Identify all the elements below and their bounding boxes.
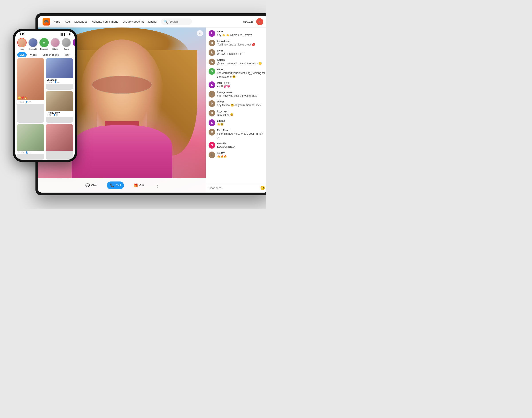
story-item[interactable]: Kitana	[51, 38, 60, 50]
story-label: Kacy	[20, 48, 24, 50]
user-avatar[interactable]: T	[256, 18, 263, 25]
card-info: Reality show ♡ 68 👤 19	[46, 111, 73, 117]
chat-input[interactable]	[209, 186, 258, 190]
content-card[interactable]: ♡ 195 👤 71	[17, 124, 44, 160]
msg-avatar: O	[209, 100, 215, 107]
msg-text: hiiiii, how was your trip yesterday?	[217, 94, 257, 98]
card-likes: ♡ 68	[47, 114, 51, 116]
tab-top[interactable]: TOP	[62, 52, 72, 57]
story-item[interactable]: E Erica	[73, 38, 75, 50]
content-card[interactable]: Vacation! ♡ 270 👤 64	[46, 58, 73, 90]
call-button[interactable]: 📞 Call	[107, 182, 124, 189]
search-input[interactable]	[169, 20, 189, 23]
story-item[interactable]: R Rebecca	[39, 38, 49, 50]
card-viewers: 👤 64	[54, 81, 60, 83]
gift-button[interactable]: 🎁 Gift	[131, 182, 147, 189]
chat-message: B b_georgo Nice curls! 😄	[209, 110, 265, 117]
nav-messages[interactable]: Messages	[74, 20, 87, 23]
chat-message: T Te-Jay 🔥🔥🔥	[209, 151, 265, 158]
story-label: Kitana	[52, 48, 58, 50]
story-avatar: E	[73, 38, 75, 47]
msg-avatar: L	[209, 30, 215, 37]
story-item[interactable]: Silvia	[62, 38, 71, 50]
msg-username: Rich Peach	[217, 129, 265, 132]
msg-text: @Lynn, pm me, i have some news 😅	[217, 62, 262, 65]
signal-icon: ▐▐▐	[60, 33, 65, 36]
emoji-button[interactable]: 🙂	[260, 186, 265, 190]
msg-content: Te-Jay 🔥🔥🔥	[217, 151, 227, 158]
close-button[interactable]: ×	[197, 30, 203, 36]
nav-feed[interactable]: Feed	[54, 20, 60, 23]
msg-text: 🔥🔥🔥	[217, 155, 227, 158]
msg-content: swantie SUBSCRIBED!	[217, 142, 235, 149]
story-avatar	[28, 38, 38, 47]
msg-text: hello! I'm new here. what's your name? :…	[217, 132, 265, 139]
card-title: Reality show	[47, 112, 72, 114]
chat-message: L Leon hey 👋 👋 where are u from?	[209, 30, 265, 37]
card-stats: ♡ 68 👤 19	[47, 114, 72, 116]
chat-button[interactable]: 💬 Chat	[82, 182, 100, 189]
msg-text: just watched your latest vlog)) waiting …	[217, 71, 265, 79]
nav-links: Feed Add Messages Activate notifications…	[54, 20, 156, 23]
chat-message: R Rich Peach hello! I'm new here. what's…	[209, 129, 265, 139]
content-card[interactable]: Reality show ♡ 68 👤 19	[46, 91, 73, 122]
card-stats: ♡ 270 👤 64	[47, 81, 72, 83]
msg-username: Leon	[217, 30, 252, 33]
nav-videochat[interactable]: Group videochat	[122, 20, 144, 23]
msg-content: bean.diesel Yey!! new avatar! looks grea…	[217, 40, 255, 46]
tabs-more-button[interactable]: ⋮	[73, 53, 75, 57]
msg-text: Yey!! new avatar! looks great 💋	[217, 43, 255, 46]
more-button[interactable]: ⋮	[154, 181, 162, 190]
msg-text: hey Melisa 🤗 do you remember me?	[217, 103, 261, 107]
content-card[interactable]: 😊❤️🔥 ♡ 144 👤 17	[17, 58, 44, 123]
msg-username: swantie	[217, 142, 235, 145]
story-item[interactable]: Misha K	[28, 38, 38, 50]
chat-message: O Oliver hey Melisa 🤗 do you remember me…	[209, 100, 265, 107]
msg-content: simon just watched your latest vlog)) wa…	[217, 68, 265, 79]
content-card[interactable]	[46, 124, 73, 160]
msg-username: b_georgo	[217, 110, 233, 113]
msg-text: 👋😎	[217, 122, 225, 126]
story-item[interactable]: Kacy	[17, 38, 27, 50]
msg-avatar: L	[209, 119, 215, 126]
msg-username: simon	[217, 68, 265, 71]
nav-notifications[interactable]: Activate notifications	[92, 20, 118, 23]
msg-content: little Ferrell 👀👁️💕💗	[217, 81, 230, 88]
msg-username: Te-Jay	[217, 151, 227, 154]
search-icon: 🔍	[164, 20, 168, 24]
tab-subscriptions[interactable]: Subscriptions	[40, 52, 61, 57]
msg-avatar: B	[209, 40, 215, 46]
search-bar[interactable]: 🔍	[161, 18, 192, 25]
story-avatar	[51, 38, 60, 47]
msg-content: Lynn WOW! PERRRRFECT	[217, 49, 244, 56]
chat-message: L Linda8 👋😎	[209, 119, 265, 126]
wifi-icon: ▲	[66, 33, 68, 36]
tab-video[interactable]: Video	[28, 52, 39, 57]
nav-dating[interactable]: Dating	[148, 20, 157, 23]
story-label: Misha K	[30, 48, 37, 50]
card-viewers: 👤 71	[25, 151, 31, 153]
msg-text: hey 👋 👋 where are u from?	[217, 33, 252, 37]
chat-sidebar: L Leon hey 👋 👋 where are u from? B bean.…	[206, 27, 266, 193]
msg-username: Kate89	[217, 58, 262, 61]
msg-text: 👀👁️💕💗	[217, 84, 230, 88]
video-controls: 💬 Chat 📞 Call 🎁 Gift ⋮	[38, 178, 206, 193]
card-info: Vacation! ♡ 270 👤 64	[46, 78, 73, 84]
msg-content: b_georgo Nice curls! 😄	[217, 110, 233, 117]
story-avatar: R	[39, 38, 49, 47]
tab-live[interactable]: Live	[17, 52, 27, 57]
battery-icon: ▮	[69, 33, 70, 36]
chat-message: K Kate89 @Lynn, pm me, i have some news …	[209, 58, 265, 65]
top-nav: 🎮 Feed Add Messages Activate notificatio…	[38, 16, 266, 27]
msg-avatar: S	[209, 68, 215, 75]
app-logo[interactable]: 🎮	[43, 18, 50, 25]
msg-avatar: K	[209, 58, 215, 65]
phone-device: 9:41 ▐▐▐ ▲ ▮ Kacy Misha K R	[13, 29, 77, 162]
card-info: ♡ 144 👤 17	[17, 100, 44, 104]
call-icon: 📞	[110, 183, 114, 187]
phone-time: 9:41	[20, 33, 24, 36]
gift-icon: 🎁	[134, 183, 138, 187]
nav-add[interactable]: Add	[65, 20, 70, 23]
chat-message: S swantie SUBSCRIBED!	[209, 142, 265, 149]
msg-username: Oliver	[217, 100, 261, 103]
